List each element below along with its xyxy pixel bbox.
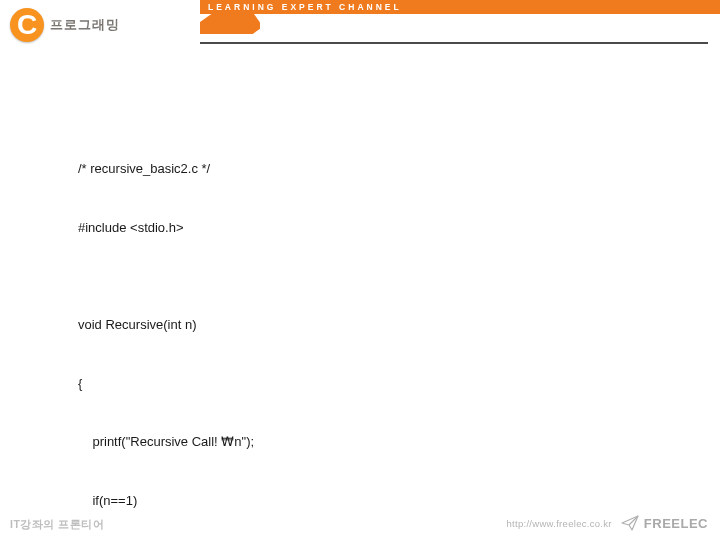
header-underline [200, 42, 708, 44]
code-line: /* recursive_basic2.c */ [78, 159, 580, 179]
code-line: void Recursive(int n) [78, 315, 580, 335]
code-line: { [78, 374, 580, 394]
footer-right: http://www.freelec.co.kr FREELEC [506, 514, 708, 532]
logo-text: 프로그래밍 [50, 16, 120, 34]
footer: IT강좌의 프론티어 http://www.freelec.co.kr FREE… [10, 514, 708, 532]
brand-name: FREELEC [644, 516, 708, 531]
header-tagline-bar: LEARNING EXPERT CHANNEL [200, 0, 720, 14]
code-line: if(n==1) [78, 491, 580, 511]
header: LEARNING EXPERT CHANNEL C 프로그래밍 [0, 0, 720, 44]
code-block: /* recursive_basic2.c */ #include <stdio… [78, 120, 580, 540]
header-slope-decoration [200, 14, 260, 34]
paper-plane-icon [620, 514, 640, 532]
slide-page: LEARNING EXPERT CHANNEL C 프로그래밍 /* recur… [0, 0, 720, 540]
brand-logo: FREELEC [620, 514, 708, 532]
footer-slogan: IT강좌의 프론티어 [10, 518, 104, 532]
logo-c-badge: C [10, 8, 44, 42]
code-line: printf("Recursive Call! ₩n"); [78, 432, 580, 452]
header-tagline: LEARNING EXPERT CHANNEL [208, 2, 402, 12]
footer-url: http://www.freelec.co.kr [506, 518, 611, 529]
code-line: #include <stdio.h> [78, 218, 580, 238]
logo: C 프로그래밍 [10, 8, 120, 42]
